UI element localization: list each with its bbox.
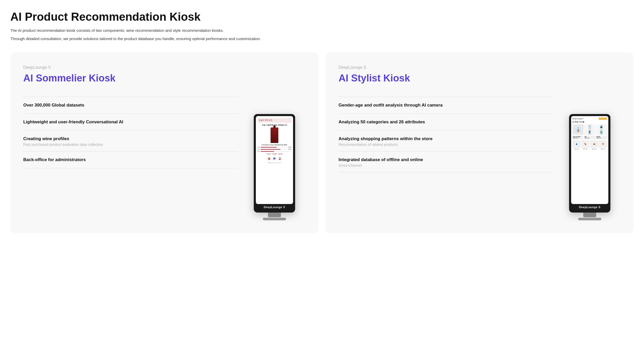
wine-bottle-image <box>271 127 278 143</box>
style-screen-header: DeepLounge S 추천 아이템 <box>572 118 607 120</box>
sommelier-card: DeepLounge V AI Sommelier Kiosk Over 300… <box>10 52 318 233</box>
sommelier-kiosk-mockup: 오늘의 추천 와인 지금 기분에 딱 맞는 추천입니다 A Grower's T… <box>243 65 305 220</box>
stylist-feature-1: Gender-age and outfit analysis through A… <box>339 97 554 114</box>
wine-screen-content: 오늘의 추천 와인 지금 기분에 딱 맞는 추천입니다 A Grower's T… <box>256 116 293 165</box>
wine-attributes: 당도 100% 산도 14.5% 탄닌 <box>257 146 292 152</box>
stylist-feature-list: Gender-age and outfit analysis through A… <box>339 97 554 172</box>
page-title: AI Product Recommendation Kiosk <box>10 10 634 23</box>
sommelier-kiosk-device: 오늘의 추천 와인 지금 기분에 딱 맞는 추천입니다 A Grower's T… <box>254 114 295 220</box>
sommelier-feature-list: Over 300,000 Global datasets Lightweight… <box>23 97 238 168</box>
sommelier-card-content: DeepLounge V AI Sommelier Kiosk Over 300… <box>23 65 243 220</box>
stylist-kiosk-device: DeepLounge S 추천 아이템 AI 추천 아이템 👔 <box>569 114 610 220</box>
stylist-brand-bar: DeepLounge S <box>571 204 608 210</box>
stylist-feature-4: Integrated database of offline and onlin… <box>339 151 554 172</box>
sommelier-feature-2: Lightweight and user-friendly Conversati… <box>23 114 238 130</box>
stylist-feature-3: Analyzing shopping patterns within the s… <box>339 130 554 151</box>
style-person-item: 👔 <box>572 124 584 135</box>
cards-container: DeepLounge V AI Sommelier Kiosk Over 300… <box>10 52 634 233</box>
sommelier-screen-outer: 오늘의 추천 와인 지금 기분에 딱 맞는 추천입니다 A Grower's T… <box>254 114 295 213</box>
stylist-subtitle: DeepLounge S <box>339 65 554 70</box>
page-description-2: Through detailed consultation, we provid… <box>10 36 634 42</box>
stylist-kiosk-mockup: DeepLounge S 추천 아이템 AI 추천 아이템 👔 <box>559 65 621 220</box>
sommelier-screen-inner: 오늘의 추천 와인 지금 기분에 딱 맞는 추천입니다 A Grower's T… <box>256 116 293 204</box>
sommelier-feature-4: Back-office for administrators <box>23 151 238 168</box>
style-screen-content: DeepLounge S 추천 아이템 AI 추천 아이템 👔 <box>571 116 608 151</box>
style-outfit-item-2: 🧥 👟 <box>596 124 607 135</box>
stylist-screen-outer: DeepLounge S 추천 아이템 AI 추천 아이템 👔 <box>569 114 610 213</box>
style-outfit-item-1: 👕 👖 <box>584 124 595 135</box>
sommelier-feature-3: Creating wine profiles Past purchased pr… <box>23 130 238 151</box>
sommelier-subtitle: DeepLounge V <box>23 65 238 70</box>
wine-tags: 드라이 과일향 화이트 <box>257 153 292 155</box>
stylist-kiosk-base <box>578 218 601 220</box>
stylist-kiosk-stand <box>583 213 596 217</box>
sommelier-feature-1: Over 300,000 Global datasets <box>23 97 238 114</box>
sommelier-brand-bar: DeepLounge V <box>256 204 293 210</box>
page-description-1: The AI product recommendation kiosk cons… <box>10 27 634 34</box>
sommelier-title: AI Sommelier Kiosk <box>23 72 238 84</box>
stylist-card: DeepLounge S AI Stylist Kiosk Gender-age… <box>326 52 634 233</box>
style-grid-top: 👔 👕 👖 🧥 <box>572 124 607 135</box>
wine-food-pairing: 🍓 🫐 🍒 <box>257 156 292 161</box>
stylist-title: AI Stylist Kiosk <box>339 72 554 84</box>
stylist-screen-inner: DeepLounge S 추천 아이템 AI 추천 아이템 👔 <box>571 116 608 204</box>
sommelier-kiosk-stand <box>268 213 281 217</box>
sommelier-kiosk-base <box>263 218 286 220</box>
stylist-feature-2: Analyzing 50 categories and 26 attribute… <box>339 114 554 130</box>
stylist-card-content: DeepLounge S AI Stylist Kiosk Gender-age… <box>339 65 559 220</box>
style-grid-bottom: 👗 👠 👜 🧣 <box>572 140 607 148</box>
